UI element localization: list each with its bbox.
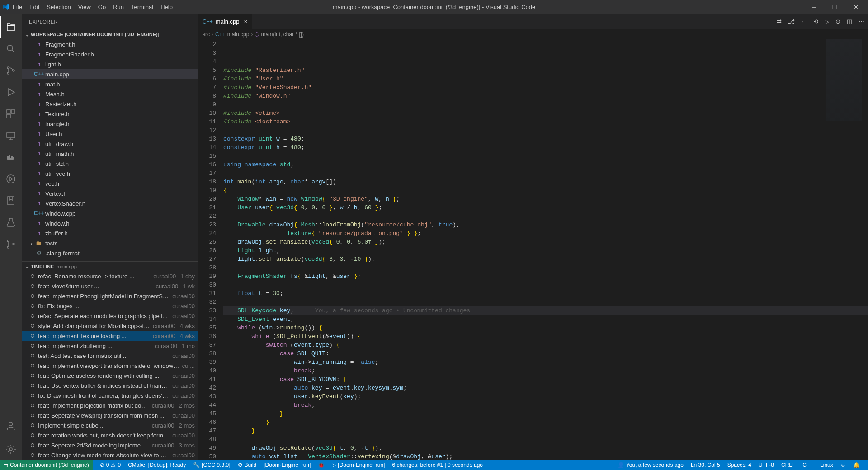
editor[interactable]: 2345678910111213141516171819202122232425… <box>198 39 868 460</box>
timeline-item[interactable]: feat: Change view mode from Absolute vie… <box>22 450 198 460</box>
remote-indicator[interactable]: ⇆ Container doom:init (/3d_engine) <box>0 460 93 470</box>
timeline-item[interactable]: feat: Use vertex buffer & indices instea… <box>22 381 198 390</box>
settings-icon[interactable] <box>0 438 22 460</box>
debug-icon[interactable] <box>0 81 22 103</box>
problems-item[interactable]: ⊘0 ⚠0 <box>96 462 124 468</box>
menu-run[interactable]: Run <box>109 4 127 10</box>
file-FragmentShader.h[interactable]: hFragmentShader.h <box>22 49 198 59</box>
timeline-item[interactable]: feat: Seperate view&proj transform from … <box>22 410 198 420</box>
run-icon[interactable]: ▷ <box>825 18 829 25</box>
launch-item[interactable]: ▷[Doom-Engine_run] <box>328 462 388 468</box>
menu-terminal[interactable]: Terminal <box>127 4 157 10</box>
file-util_vec.h[interactable]: hutil_vec.h <box>22 169 198 179</box>
workspace-header[interactable]: ⌄ WORKSPACE [CONTAINER DOOM:INIT (/3D_EN… <box>22 29 198 39</box>
source-control-icon[interactable] <box>0 60 22 81</box>
file-clang-format[interactable]: ⚙.clang-format <box>22 248 198 258</box>
live-share-icon[interactable] <box>0 168 22 190</box>
minimap[interactable] <box>826 39 862 121</box>
timeline-item[interactable]: feat: Implement projection matrix but do… <box>22 400 198 410</box>
file-window.cpp[interactable]: C++window.cpp <box>22 208 198 218</box>
timeline-item[interactable]: fix: Fix buges ...curaai00 <box>22 301 198 311</box>
folder-tests[interactable]: ›🖿tests <box>22 238 198 248</box>
file-window.h[interactable]: hwindow.h <box>22 218 198 228</box>
file-zbuffer.h[interactable]: hzbuffer.h <box>22 228 198 238</box>
docker-icon[interactable] <box>0 146 22 168</box>
file-mat.h[interactable]: hmat.h <box>22 79 198 89</box>
tab-main-cpp[interactable]: C++ main.cpp × <box>198 14 252 29</box>
file-User.h[interactable]: hUser.h <box>22 129 198 139</box>
minimize-button[interactable]: ─ <box>804 0 825 14</box>
close-button[interactable]: ✕ <box>845 0 866 14</box>
build-item[interactable]: ⚙Build <box>234 462 260 468</box>
language-item[interactable]: C++ <box>799 462 816 468</box>
breadcrumbs[interactable]: src › C++ main.cpp › ⬡ main(int, char * … <box>198 29 868 39</box>
search-icon[interactable] <box>0 38 22 60</box>
timeline-item[interactable]: style: Add clang-format for Mozilla cpp-… <box>22 321 198 331</box>
debug-item[interactable]: 🐞 <box>314 462 328 468</box>
timeline-item[interactable]: test: Add test case for matrix util ...c… <box>22 351 198 361</box>
git-graph-icon[interactable] <box>0 233 22 255</box>
timeline-item[interactable]: feat: rotation works but, mesh doesn't k… <box>22 430 198 440</box>
eol-item[interactable]: CRLF <box>778 462 799 468</box>
explorer-icon[interactable] <box>0 16 22 38</box>
timeline-item[interactable]: refac: Seperate each modules to graphics… <box>22 311 198 321</box>
file-util_math.h[interactable]: hutil_math.h <box>22 149 198 159</box>
test-icon[interactable] <box>0 212 22 233</box>
file-util_std.h[interactable]: hutil_std.h <box>22 159 198 169</box>
cursor-item[interactable]: Ln 30, Col 5 <box>687 462 724 468</box>
extensions-icon[interactable] <box>0 103 22 125</box>
remote-explorer-icon[interactable] <box>0 125 22 146</box>
file-Rasterizer.h[interactable]: hRasterizer.h <box>22 99 198 109</box>
changes-item[interactable]: 6 changes; before #1 | 0 seconds ago <box>388 462 486 468</box>
maximize-button[interactable]: ❐ <box>825 0 845 14</box>
file-main.cpp[interactable]: C++main.cpp <box>22 69 198 79</box>
close-tab-icon[interactable]: × <box>244 18 247 25</box>
back-icon[interactable]: ← <box>801 18 807 25</box>
split-icon[interactable]: ◫ <box>847 18 852 25</box>
timeline-header[interactable]: ⌄ TIMELINE main.cpp <box>22 261 198 271</box>
menu-view[interactable]: View <box>75 4 94 10</box>
code-content[interactable]: #include "Rasterizer.h"#include "User.h"… <box>223 39 868 460</box>
build-target-item[interactable]: [Doom-Engine_run] <box>260 462 314 468</box>
forward-icon[interactable]: ⟲ <box>813 18 818 25</box>
spaces-item[interactable]: Spaces: 4 <box>724 462 755 468</box>
file-Texture.h[interactable]: hTexture.h <box>22 109 198 119</box>
compare-icon[interactable]: ⇄ <box>777 18 782 25</box>
menu-file[interactable]: File <box>9 4 26 10</box>
timeline-item[interactable]: Implement simple cube ...curaai002 mos <box>22 420 198 430</box>
cmake-item[interactable]: CMake: [Debug]: Ready <box>124 462 189 468</box>
kit-item[interactable]: 🔧[GCC 9.3.0] <box>189 462 234 468</box>
feedback-icon[interactable]: ☺ <box>837 462 849 468</box>
file-Vertex.h[interactable]: hVertex.h <box>22 188 198 198</box>
timeline-item[interactable]: feat: Implement zbuffering ...curaai001 … <box>22 341 198 351</box>
account-icon[interactable] <box>0 415 22 437</box>
menu-selection[interactable]: Selection <box>43 4 74 10</box>
timeline-item[interactable]: feat: Implement viewport transform insid… <box>22 361 198 371</box>
timeline-item[interactable]: feat: Implement Texture loading ...curaa… <box>22 331 198 341</box>
timeline-item[interactable]: refac: Rename resource -> texture ...cur… <box>22 271 198 281</box>
bookmark-icon[interactable] <box>0 190 22 212</box>
menu-edit[interactable]: Edit <box>26 4 43 10</box>
file-triangle.h[interactable]: htriangle.h <box>22 119 198 129</box>
file-Mesh.h[interactable]: hMesh.h <box>22 89 198 99</box>
debug-run-icon[interactable]: ⊙ <box>835 18 840 25</box>
blame-item[interactable]: 👤You, a few seconds ago <box>614 462 687 468</box>
more-icon[interactable]: ⋯ <box>859 18 864 25</box>
file-util_draw.h[interactable]: hutil_draw.h <box>22 139 198 149</box>
timeline-item[interactable]: feat: Optimize useless rendering with cu… <box>22 371 198 381</box>
file-Fragment.h[interactable]: hFragment.h <box>22 39 198 49</box>
breadcrumb-file[interactable]: main.cpp <box>227 31 250 38</box>
breadcrumb-src[interactable]: src <box>203 31 210 38</box>
timeline-item[interactable]: fix: Draw mesh front of camera, triangle… <box>22 390 198 400</box>
timeline-item[interactable]: feat: Seperate 2d/3d modeling implementa… <box>22 440 198 450</box>
timeline-item[interactable]: feat: Move&turn user ...curaai001 wk <box>22 281 198 291</box>
encoding-item[interactable]: UTF-8 <box>755 462 778 468</box>
file-light.h[interactable]: hlight.h <box>22 59 198 69</box>
git-icon[interactable]: ⎇ <box>788 18 795 25</box>
file-VertexShader.h[interactable]: hVertexShader.h <box>22 198 198 208</box>
menu-help[interactable]: Help <box>157 4 176 10</box>
menu-go[interactable]: Go <box>94 4 109 10</box>
bell-icon[interactable]: 🔔 <box>849 462 863 468</box>
file-vec.h[interactable]: hvec.h <box>22 179 198 188</box>
timeline-item[interactable]: feat: Implement PhongLightModel in Fragm… <box>22 291 198 301</box>
